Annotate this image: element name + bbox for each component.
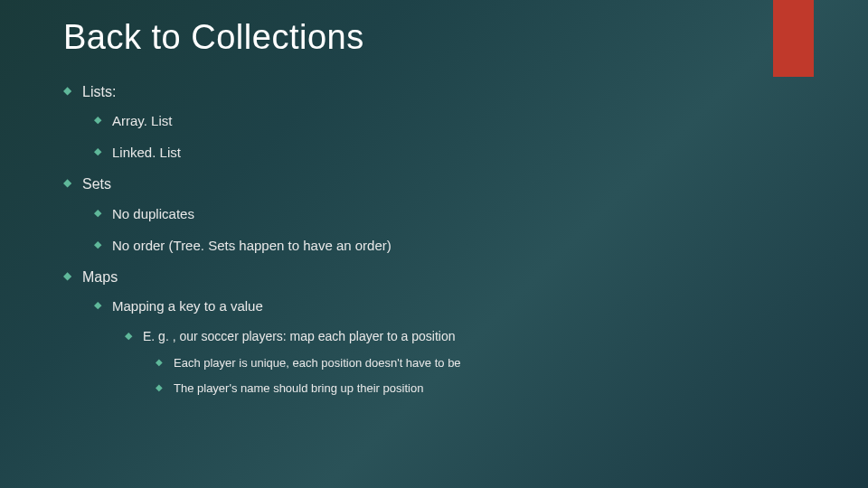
list-item: ◆ Array. List <box>94 111 805 130</box>
bullet-text: Array. List <box>112 111 172 130</box>
bullet-text: No order (Tree. Sets happen to have an o… <box>112 236 392 255</box>
list-item: ◆ Linked. List <box>94 143 805 162</box>
bullet-text: Mapping a key to a value <box>112 296 263 315</box>
diamond-bullet-icon: ◆ <box>156 355 163 370</box>
list-item: ◆ The player's name should bring up thei… <box>156 380 805 397</box>
bullet-text: Linked. List <box>112 143 181 162</box>
diamond-bullet-icon: ◆ <box>63 82 71 99</box>
diamond-bullet-icon: ◆ <box>94 143 101 159</box>
slide-content: Back to Collections ◆ Lists: ◆ Array. Li… <box>0 0 868 424</box>
accent-bar <box>773 0 814 77</box>
bullet-text: Each player is unique, each position doe… <box>174 355 461 371</box>
bullet-text: The player's name should bring up their … <box>174 380 423 397</box>
slide-title: Back to Collections <box>63 18 805 57</box>
bullet-text: E. g. , our soccer players: map each pla… <box>143 328 456 346</box>
diamond-bullet-icon: ◆ <box>94 204 101 221</box>
bullet-list: ◆ Lists: ◆ Array. List ◆ Linked. List <box>63 82 805 397</box>
list-item: ◆ Lists: ◆ Array. List ◆ Linked. List <box>63 82 805 162</box>
diamond-bullet-icon: ◆ <box>63 174 71 192</box>
list-item: ◆ Sets ◆ No duplicates ◆ No order (Tree.… <box>63 174 805 254</box>
list-item: ◆ Each player is unique, each position d… <box>156 355 805 371</box>
diamond-bullet-icon: ◆ <box>94 111 101 127</box>
diamond-bullet-icon: ◆ <box>94 296 101 313</box>
list-item: ◆ E. g. , our soccer players: map each p… <box>125 328 805 397</box>
list-item: ◆ Maps ◆ Mapping a key to a value ◆ E. g… <box>63 267 805 397</box>
diamond-bullet-icon: ◆ <box>156 380 163 395</box>
bullet-text: Sets <box>82 174 111 194</box>
diamond-bullet-icon: ◆ <box>63 267 71 285</box>
list-item: ◆ Mapping a key to a value ◆ E. g. , our… <box>94 296 805 397</box>
diamond-bullet-icon: ◆ <box>125 328 132 343</box>
diamond-bullet-icon: ◆ <box>94 236 101 252</box>
list-item: ◆ No duplicates <box>94 204 805 223</box>
list-item: ◆ No order (Tree. Sets happen to have an… <box>94 236 805 255</box>
bullet-text: No duplicates <box>112 204 194 223</box>
bullet-text: Maps <box>82 267 118 287</box>
bullet-text: Lists: <box>82 82 116 102</box>
